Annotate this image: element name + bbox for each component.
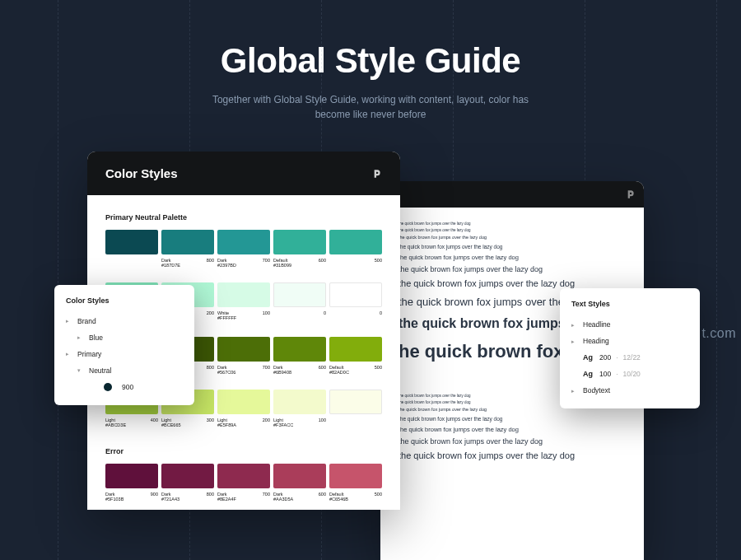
tree-label: Brand	[77, 317, 96, 325]
swatch-number: 500	[375, 258, 382, 263]
tree-item-primary[interactable]: ▸Primary	[66, 346, 183, 362]
swatch-box	[217, 464, 270, 488]
color-swatch[interactable]: Default500#C6546B	[329, 464, 382, 502]
color-swatch[interactable]: Default500#82AD0C	[329, 337, 382, 375]
tree-item-blue[interactable]: ▸Blue	[66, 329, 183, 346]
hero: Global Style Guide Together with Global …	[0, 0, 741, 122]
tree-item-900[interactable]: 900	[66, 379, 183, 395]
tree-item-neutral[interactable]: ▾Neutral	[66, 362, 183, 379]
color-swatch[interactable]: Light100#F3FACC	[273, 390, 326, 427]
chevron-right-icon: ▸	[571, 322, 578, 329]
color-panel-header: Color Styles	[87, 152, 400, 195]
brand-icon	[370, 168, 382, 180]
swatch-hex: #5F103B	[105, 497, 158, 502]
swatch-box	[273, 390, 326, 414]
swatch-box	[329, 390, 382, 414]
text-styles-popover: Text Styles ▸Headline ▸Heading ▸Ag200·12…	[560, 288, 700, 408]
swatch-box	[329, 464, 382, 488]
swatch-hex: #567C06	[217, 370, 270, 375]
type-sample: the quick brown fox jumps over the lazy …	[398, 252, 644, 264]
type-sample: the quick brown fox jumps over the lazy …	[398, 448, 644, 464]
color-dot-icon	[104, 383, 112, 391]
color-swatch[interactable]: White100#FFFFFF	[217, 282, 270, 320]
swatch-hex: #8E2A4F	[217, 497, 270, 502]
chevron-right-icon: ▸	[66, 318, 72, 324]
swatch-row-error: Dark900#5F103BDark800#721A43Dark700#8E2A…	[105, 464, 382, 502]
text-style-label: Headline	[583, 320, 611, 329]
text-style-ag: Ag	[583, 370, 593, 378]
color-swatch[interactable]: 0	[329, 282, 382, 320]
color-panel-title: Color Styles	[105, 166, 178, 180]
text-style-heading[interactable]: ▸Heading	[571, 333, 688, 349]
tree-label: 900	[122, 383, 133, 391]
text-style-label: Heading	[583, 337, 609, 345]
swatch-hex: #C6546B	[329, 497, 382, 502]
chevron-down-icon: ▾	[77, 367, 84, 374]
color-swatch[interactable]: Dark800#187D7E	[161, 230, 214, 268]
tree-label: Blue	[89, 334, 103, 342]
color-swatch[interactable]: 500	[329, 230, 382, 268]
color-swatch[interactable]: Dark600#6B9408	[273, 337, 326, 375]
swatch-hex: #6B9408	[273, 370, 326, 375]
swatch-box	[273, 337, 326, 362]
text-style-headline[interactable]: ▸Headline	[571, 316, 688, 333]
swatch-hex: #82AD0C	[329, 370, 382, 375]
color-styles-tree-popover: Color Styles ▸Brand ▸Blue ▸Primary ▾Neut…	[54, 285, 194, 405]
color-swatch[interactable]: Dark700#8E2A4F	[217, 464, 270, 502]
color-swatch[interactable]	[329, 390, 382, 427]
color-swatch[interactable]	[105, 230, 158, 268]
color-swatch[interactable]: Dark700#2397BD	[217, 230, 270, 268]
swatch-hex: #F3FACC	[273, 422, 326, 427]
swatch-hex: #31B099	[273, 263, 326, 268]
type-sample: the quick brown fox jumps over the lazy …	[398, 242, 644, 252]
brand-icon	[624, 189, 636, 200]
swatch-box	[273, 464, 326, 488]
swatch-box	[161, 464, 214, 488]
swatch-box	[273, 282, 326, 307]
tree-label: Primary	[77, 350, 101, 358]
page-title: Global Style Guide	[0, 41, 741, 81]
color-swatch[interactable]: Dark600#AA3D5A	[273, 464, 326, 502]
color-swatch[interactable]: Default600#31B099	[273, 230, 326, 268]
type-sample: the quick brown fox jumps over the lazy …	[398, 435, 644, 448]
text-style-ag: Ag	[583, 353, 593, 362]
swatch-hex: #187D7E	[161, 263, 214, 268]
tree-title: Color Styles	[66, 296, 183, 305]
text-style-variant-100[interactable]: ▸Ag100·10/20	[571, 366, 688, 382]
text-style-variant-200[interactable]: ▸Ag200·12/22	[571, 349, 688, 366]
swatch-number: 0	[380, 310, 382, 315]
color-swatch[interactable]: Dark900#5F103B	[105, 464, 158, 502]
chevron-right-icon: ▸	[571, 338, 578, 345]
swatch-hex: #BCE665	[161, 422, 214, 427]
swatch-row-teal-dark: Dark800#187D7EDark700#2397BDDefault600#3…	[105, 230, 382, 268]
chevron-right-icon: ▸	[66, 351, 72, 357]
type-sample: the quick brown fox jumps over the lazy …	[398, 414, 644, 424]
swatch-box	[161, 230, 214, 254]
swatch-hex: #721A43	[161, 497, 214, 502]
type-sample: the quick brown fox jumps over the lazy …	[398, 234, 644, 242]
swatch-box	[105, 464, 158, 488]
text-style-size: 12/22	[623, 353, 641, 362]
swatch-box	[105, 230, 158, 254]
swatch-box	[217, 230, 270, 254]
section-title-error: Error	[105, 447, 382, 455]
chevron-right-icon: ▸	[571, 388, 578, 394]
chevron-right-icon: ▸	[77, 334, 84, 341]
color-swatch[interactable]: Dark700#567C06	[217, 337, 270, 375]
swatch-box	[217, 390, 270, 414]
type-sample: the quick brown fox jumps over the lazy …	[398, 227, 644, 234]
color-swatch[interactable]: Light200#E5F89A	[217, 390, 270, 427]
color-swatch[interactable]: 0	[273, 282, 326, 320]
text-style-weight: 200	[599, 353, 611, 362]
text-style-bodytext[interactable]: ▸Bodytext	[571, 382, 688, 399]
type-sample: the quick brown fox jumps over the lazy …	[398, 221, 644, 227]
swatch-hex: #ABCD3E	[105, 422, 158, 427]
swatch-box	[273, 230, 326, 254]
swatch-hex: #FFFFFF	[217, 315, 270, 320]
swatch-hex: #E5F89A	[217, 422, 270, 427]
tree-item-brand[interactable]: ▸Brand	[66, 313, 183, 329]
color-swatch[interactable]: Dark800#721A43	[161, 464, 214, 502]
typography-panel-header	[380, 181, 644, 208]
swatch-hex: #2397BD	[217, 263, 270, 268]
section-title-primary-neutral: Primary Neutral Palette	[105, 213, 382, 222]
